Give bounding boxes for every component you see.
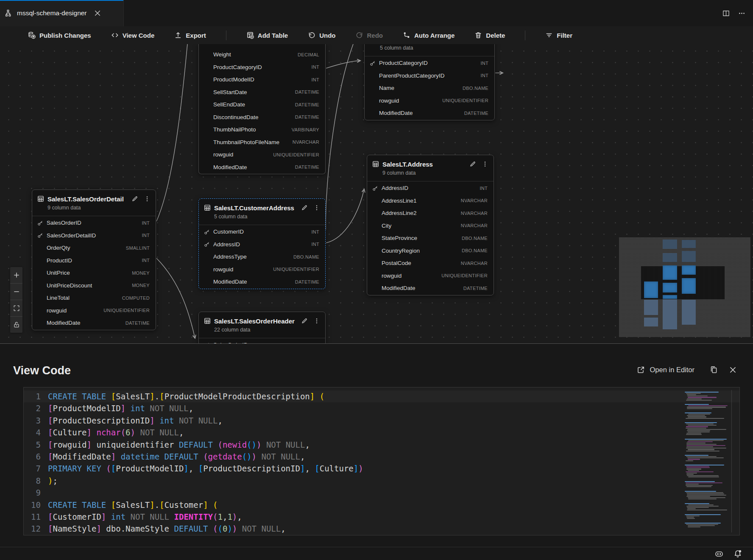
minimap-table (682, 300, 696, 325)
column-type: DATETIME (295, 114, 319, 120)
auto-arrange-button[interactable]: Auto Arrange (403, 31, 455, 39)
column-type: DECIMAL (298, 52, 319, 57)
toolbar-divider (525, 31, 525, 40)
table-salesorderheader[interactable]: SalesLT.SalesOrderHeader22 column dataSa… (198, 312, 326, 343)
minimap-line (687, 493, 725, 494)
minimap-line (685, 455, 708, 456)
column-name: ParentProductCategoryID (379, 72, 445, 79)
zoom-out-button[interactable] (10, 283, 22, 300)
column-name: ThumbnailPhotoFileName (213, 139, 279, 145)
table-menu-icon[interactable] (144, 195, 151, 202)
table-product[interactable]: WeightDECIMALProductCategoryIDINTProduct… (198, 44, 326, 174)
canvas-minimap[interactable] (619, 237, 750, 337)
line-number: 6 (24, 451, 41, 462)
view-code-button[interactable]: View Code (111, 31, 155, 39)
key-slot (37, 295, 47, 301)
zoom-in-icon (13, 272, 20, 279)
table-productcategory[interactable]: 5 column dataProductCategoryIDINTParentP… (364, 44, 495, 120)
key-slot (372, 248, 382, 254)
more-actions-icon[interactable] (738, 10, 745, 17)
column-type: NVARCHAR (461, 198, 488, 203)
minimap-line (686, 451, 720, 451)
key-slot (204, 279, 213, 285)
add-table-icon (246, 31, 254, 39)
column-type: INT (311, 229, 319, 234)
open-in-editor-button[interactable]: Open in Editor (637, 366, 694, 374)
column-name: AddressType (213, 254, 247, 260)
schema-designer-icon (5, 9, 13, 17)
key-slot (204, 64, 213, 70)
publish-changes-button[interactable]: Publish Changes (28, 31, 91, 39)
code-line: 2[ProductModelID] int NOT NULL, (24, 402, 739, 414)
table-menu-icon[interactable] (313, 318, 320, 324)
table-salesorderdetail[interactable]: SalesLT.SalesOrderDetail9 column dataSal… (32, 189, 156, 330)
table-row: CustomerIDINT (199, 226, 325, 238)
column-type: UNIQUEIDENTIFIER (273, 267, 319, 272)
column-name: CustomerID (213, 228, 244, 235)
close-panel-icon[interactable] (729, 366, 737, 374)
edit-table-icon[interactable] (469, 161, 476, 167)
column-type: DBO.NAME (462, 236, 488, 241)
table-row: ProductModelIDINT (199, 73, 325, 86)
edit-table-icon[interactable] (131, 195, 138, 202)
column-type: UNIQUEIDENTIFIER (441, 273, 488, 278)
tab-close-icon[interactable] (94, 9, 101, 17)
table-menu-icon[interactable] (482, 161, 488, 167)
add-table-button[interactable]: Add Table (246, 31, 288, 39)
schema-canvas[interactable]: WeightDECIMALProductCategoryIDINTProduct… (0, 44, 753, 343)
table-customeraddress[interactable]: SalesLT.CustomerAddress5 column dataCust… (198, 198, 326, 289)
edit-table-icon[interactable] (301, 318, 308, 324)
code-text: CREATE TABLE [SalesLT].[ProductModelProd… (48, 390, 324, 402)
key-slot (37, 320, 47, 326)
column-name: rowguid (213, 151, 233, 158)
table-icon (204, 318, 211, 324)
split-editor-icon[interactable] (722, 10, 730, 17)
delete-button[interactable]: Delete (474, 31, 505, 39)
key-slot (37, 245, 47, 251)
minimap-line (686, 456, 717, 457)
column-name: Name (379, 85, 394, 91)
primary-key-icon (204, 229, 210, 235)
zoom-in-button[interactable] (10, 267, 22, 283)
fit-view-button[interactable] (10, 300, 22, 316)
table-address[interactable]: SalesLT.Address9 column dataAddressIDINT… (367, 155, 494, 295)
table-subtitle: 5 column data (214, 214, 320, 221)
code-line: 7PRIMARY KEY ([ProductModelID], [Product… (24, 462, 739, 474)
table-title: SalesLT.SalesOrderDetail (47, 195, 124, 203)
lock-button[interactable] (10, 316, 22, 333)
copy-code-icon[interactable] (710, 366, 718, 374)
table-menu-icon[interactable] (313, 204, 320, 211)
column-name: ModifiedDate (382, 285, 416, 291)
filter-button[interactable]: Filter (545, 31, 572, 39)
copilot-icon[interactable] (715, 549, 723, 558)
table-row: SalesOrderIDINT (199, 339, 325, 343)
minimap-line (687, 407, 726, 407)
redo-button[interactable]: Redo (356, 31, 383, 39)
tab-mssql-schema-designer[interactable]: mssql-schema-designer (0, 0, 124, 26)
code-minimap[interactable] (684, 390, 732, 532)
zoom-controls (10, 267, 22, 333)
sql-code-view[interactable]: 1CREATE TABLE [SalesLT].[ProductModelPro… (23, 387, 740, 535)
key-slot (370, 85, 379, 91)
filter-icon (545, 31, 553, 39)
column-name: rowguid (213, 266, 233, 273)
designer-toolbar: Publish ChangesView CodeExportAdd TableU… (0, 26, 753, 44)
column-type: INT (311, 77, 319, 82)
column-type: NVARCHAR (461, 261, 488, 266)
column-name: City (382, 223, 391, 229)
edit-table-icon[interactable] (301, 204, 308, 211)
minimap-line (688, 497, 725, 498)
minimap-line (685, 392, 719, 393)
table-row: AddressIDINT (199, 238, 325, 251)
column-type: DATETIME (464, 111, 488, 116)
line-number: 4 (24, 426, 41, 438)
export-button[interactable]: Export (174, 31, 206, 39)
column-name: rowguid (382, 273, 402, 279)
minimap-line (688, 504, 714, 505)
notifications-bell-icon[interactable] (733, 549, 742, 558)
undo-button[interactable]: Undo (308, 31, 335, 39)
undo-icon (308, 31, 315, 39)
line-number: 10 (24, 499, 41, 511)
table-row: NameDBO.NAME (365, 82, 494, 95)
minimap-line (688, 416, 706, 417)
